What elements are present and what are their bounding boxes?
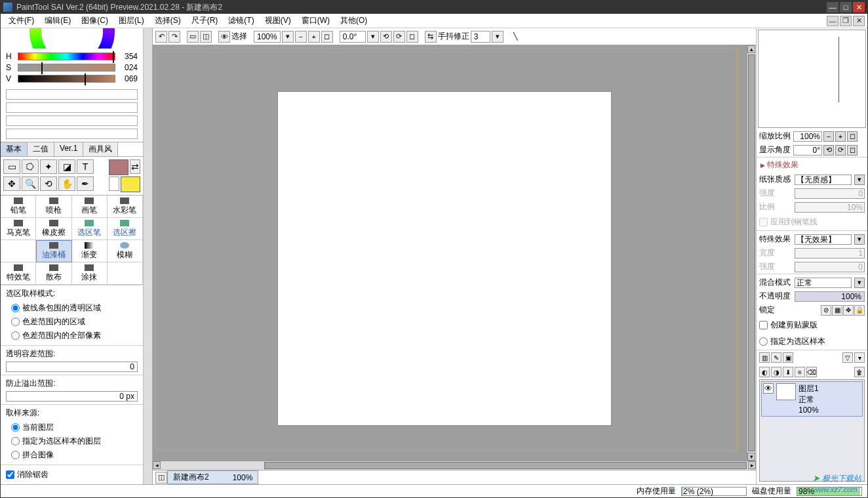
- layer-menu-icon[interactable]: ▾: [854, 352, 865, 363]
- menu-view[interactable]: 视图(V): [260, 14, 296, 28]
- blend-select[interactable]: 正常: [795, 278, 852, 288]
- new-layer-icon[interactable]: ▥: [759, 352, 770, 363]
- opacity-slider[interactable]: 100%: [795, 291, 865, 302]
- angle-dropdown-icon[interactable]: ▾: [367, 31, 379, 43]
- close-button[interactable]: ✕: [853, 2, 865, 12]
- tolerance-input[interactable]: 0: [6, 362, 138, 372]
- zoom-in-icon[interactable]: +: [308, 31, 320, 43]
- tool-hand[interactable]: ✋: [58, 176, 75, 191]
- canvas-v-scrollbar[interactable]: ▴ ▾: [747, 45, 756, 461]
- doc-minimize-button[interactable]: —: [827, 16, 838, 26]
- merge-down-icon[interactable]: ⬇: [783, 367, 793, 377]
- delete-layer-icon[interactable]: 🗑: [854, 367, 865, 377]
- tool-lasso[interactable]: ⭔: [22, 159, 39, 174]
- invert-sel-icon[interactable]: ◫: [200, 31, 212, 43]
- source-opt1[interactable]: 当前图层: [6, 421, 138, 434]
- transfer-down-icon[interactable]: ▽: [842, 352, 853, 363]
- menu-filter[interactable]: 滤镜(T): [223, 14, 259, 28]
- nav-rotate-ccw-icon[interactable]: ⟲: [823, 145, 834, 156]
- brush-marker[interactable]: 马克笔: [1, 218, 36, 240]
- sat-slider[interactable]: [18, 64, 115, 72]
- redo-icon[interactable]: ↷: [168, 31, 180, 43]
- flip-h-icon[interactable]: ⇆: [425, 31, 437, 43]
- menu-image[interactable]: 图像(C): [76, 14, 113, 28]
- zoom-out-icon[interactable]: −: [295, 31, 307, 43]
- clear-layer-icon[interactable]: ⌫: [806, 367, 817, 377]
- brush-pencil[interactable]: 铅笔: [1, 196, 36, 218]
- tool-text[interactable]: T: [77, 159, 94, 174]
- menu-edit[interactable]: 编辑(E): [39, 14, 76, 28]
- brush-gradient[interactable]: 渐变: [72, 240, 108, 262]
- maximize-button[interactable]: □: [840, 2, 852, 12]
- brush-selerase[interactable]: 选区擦: [108, 218, 143, 240]
- transparent-color[interactable]: [109, 176, 119, 191]
- selmode-opt2[interactable]: 色差范围内的区域: [6, 315, 138, 329]
- source-opt3[interactable]: 拼合图像: [6, 448, 138, 462]
- show-sel-icon[interactable]: 👁: [218, 31, 230, 43]
- nav-zoom-out-icon[interactable]: −: [823, 131, 834, 142]
- brush-empty2[interactable]: [108, 262, 143, 285]
- menu-window[interactable]: 窗口(W): [296, 14, 335, 28]
- navigator[interactable]: [758, 30, 866, 128]
- lock-move-icon[interactable]: ✥: [843, 305, 854, 316]
- source-opt2[interactable]: 指定为选区样本的图层: [6, 434, 138, 448]
- menu-select[interactable]: 选择(S): [149, 14, 186, 28]
- paper-select[interactable]: 【无质感】: [795, 175, 852, 185]
- tool-eyedropper[interactable]: ✒: [77, 176, 94, 191]
- swap-colors-icon[interactable]: ⇄: [130, 159, 140, 174]
- tool-shape[interactable]: ◪: [58, 159, 75, 174]
- tool-wand[interactable]: ✦: [40, 159, 57, 174]
- fx-dropdown-icon[interactable]: ▾: [854, 234, 865, 245]
- brush-selpen[interactable]: 选区笔: [72, 218, 108, 240]
- angle-field[interactable]: 0.0°: [340, 31, 366, 43]
- swatch-palette[interactable]: [1, 87, 143, 142]
- undo-icon[interactable]: ↶: [155, 31, 167, 43]
- color-wheel[interactable]: [1, 28, 143, 49]
- brush-airbrush[interactable]: 喷枪: [36, 196, 71, 218]
- rotate-ccw-icon[interactable]: ⟲: [380, 31, 392, 43]
- brush-blur[interactable]: 模糊: [108, 240, 143, 262]
- tool-move[interactable]: ✥: [3, 176, 20, 191]
- blend-dropdown-icon[interactable]: ▾: [854, 278, 865, 288]
- tool-rotate[interactable]: ⟲: [40, 176, 57, 191]
- lock-pixel-icon[interactable]: ▦: [832, 305, 842, 316]
- canvas-viewport[interactable]: [153, 45, 747, 461]
- line-tool-icon[interactable]: ╲: [510, 31, 522, 43]
- paper-dropdown-icon[interactable]: ▾: [854, 175, 865, 185]
- brush-bucket[interactable]: 油漆桶: [36, 240, 71, 262]
- add-mask-icon[interactable]: ◐: [759, 367, 770, 377]
- foreground-color[interactable]: [109, 159, 128, 175]
- brush-watercolor[interactable]: 水彩笔: [108, 196, 143, 218]
- angle-reset-icon[interactable]: ◻: [406, 31, 418, 43]
- apply-mask-icon[interactable]: ◑: [771, 367, 781, 377]
- nav-zoom-value[interactable]: 100%: [793, 131, 822, 142]
- stabilizer-field[interactable]: 3: [471, 31, 490, 43]
- tab-brush[interactable]: 画具风: [83, 142, 118, 156]
- flatten-icon[interactable]: ≡: [795, 367, 805, 377]
- nav-angle-value[interactable]: 0°: [793, 145, 822, 156]
- minimize-button[interactable]: —: [827, 2, 838, 12]
- layer-item[interactable]: 👁 图层1 正常 100%: [761, 381, 863, 417]
- brush-empty1[interactable]: [1, 240, 36, 262]
- background-color[interactable]: [121, 176, 140, 192]
- brush-smudge[interactable]: 涂抹: [72, 262, 108, 285]
- canvas-h-scrollbar[interactable]: ◂ ▸: [153, 461, 756, 470]
- nav-zoom-in-icon[interactable]: +: [835, 131, 846, 142]
- tab-basic[interactable]: 基本: [1, 142, 28, 156]
- overflow-input[interactable]: 0 px: [6, 391, 138, 402]
- selmode-opt1[interactable]: 被线条包围的透明区域: [6, 301, 138, 315]
- brush-brush[interactable]: 画笔: [72, 196, 108, 218]
- tool-rect-select[interactable]: ▭: [3, 159, 20, 174]
- new-folder-icon[interactable]: ▣: [783, 352, 793, 363]
- brush-scatter[interactable]: 散布: [36, 262, 71, 285]
- nav-rotate-cw-icon[interactable]: ⟳: [835, 145, 846, 156]
- stabilizer-dropdown-icon[interactable]: ▾: [492, 31, 503, 43]
- canvas[interactable]: [277, 91, 612, 426]
- val-slider[interactable]: [18, 75, 115, 83]
- fx-select[interactable]: 【无效果】: [795, 234, 852, 245]
- menu-ruler[interactable]: 尺子(R): [186, 14, 224, 28]
- doc-restore-button[interactable]: ❐: [840, 16, 852, 26]
- selmode-opt3[interactable]: 色差范围内的全部像素: [6, 329, 138, 342]
- hue-slider[interactable]: [18, 52, 115, 60]
- lock-all-icon[interactable]: 🔒: [854, 305, 865, 316]
